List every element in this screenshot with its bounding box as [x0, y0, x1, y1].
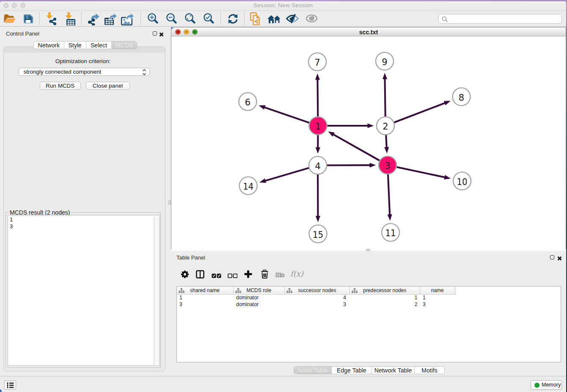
- optimization-criterion-label: Optimization criterion:: [4, 58, 162, 64]
- table-cell[interactable]: 3: [343, 301, 346, 307]
- corner-decoration: [0, 389, 2, 392]
- graph-node-label: 7: [314, 58, 320, 68]
- network-window-titlebar[interactable]: scc.txt: [171, 28, 566, 36]
- table-row[interactable]: 1dominator411: [177, 295, 561, 302]
- column-header-name[interactable]: name: [420, 287, 456, 295]
- graph-node-label: 8: [459, 93, 464, 103]
- dropdown-chevrons-icon: [142, 69, 146, 75]
- tab-edge-table[interactable]: Edge Table: [332, 367, 372, 374]
- task-history-button[interactable]: [4, 381, 16, 389]
- tab-network-table[interactable]: Network Table: [372, 367, 415, 374]
- mcds-tab-content: Optimization criterion: strongly connect…: [3, 47, 165, 371]
- table-cell[interactable]: 1: [179, 295, 182, 301]
- table-cell[interactable]: 2: [415, 301, 418, 307]
- control-panel: Control Panel Optimization criterion: st…: [0, 27, 167, 376]
- tab-style[interactable]: Style: [64, 41, 87, 49]
- criterion-value: strongly connected component: [24, 69, 102, 75]
- criterion-dropdown[interactable]: strongly connected component: [19, 68, 150, 76]
- status-bar: Memory: [0, 376, 566, 391]
- network-graph[interactable]: 1234678910111415: [171, 36, 566, 249]
- tab-node-table[interactable]: Node Table: [294, 367, 332, 374]
- table-header-row: shared name MCDS role successor nodes: [177, 287, 456, 295]
- vertical-split-handle[interactable]: [168, 200, 171, 205]
- search-icon: [442, 16, 448, 22]
- import-network-icon[interactable]: [45, 12, 57, 27]
- graph-node-label: 11: [385, 228, 396, 238]
- graph-node-label: 3: [385, 161, 390, 171]
- close-panel-button[interactable]: Close panel: [86, 82, 130, 90]
- app-titlebar: Session: New Session: [0, 0, 566, 11]
- memory-status-dot: [534, 383, 539, 388]
- tab-motifs[interactable]: Motifs: [415, 367, 444, 374]
- table-panel-float-button[interactable]: [550, 255, 554, 259]
- save-session-icon[interactable]: [23, 14, 33, 26]
- graph-node-label: 4: [315, 161, 320, 171]
- table-cell[interactable]: 1: [415, 295, 418, 301]
- graph-node-label: 2: [383, 121, 388, 132]
- list-icon: [7, 382, 14, 388]
- show-eye-icon[interactable]: [306, 14, 317, 24]
- cybrowser-icon[interactable]: [250, 12, 262, 27]
- table-cell[interactable]: dominator: [236, 295, 259, 301]
- delete-row-trash-icon[interactable]: [261, 270, 268, 280]
- graph-node-label: 14: [243, 182, 253, 192]
- zoom-fit-icon[interactable]: [184, 13, 196, 26]
- tab-select[interactable]: Select: [86, 41, 112, 49]
- deselect-all-icon[interactable]: [228, 272, 237, 280]
- table-panel-close-icon[interactable]: [557, 255, 562, 259]
- node-table[interactable]: shared name MCDS role successor nodes: [176, 286, 561, 362]
- table-row[interactable]: 3dominator323: [177, 302, 561, 309]
- graph-node-label: 6: [245, 97, 250, 108]
- control-panel-tabs: Network Style Select MCDS: [33, 41, 137, 49]
- zoom-out-icon[interactable]: [166, 13, 177, 26]
- function-builder-icon[interactable]: f(x): [290, 269, 303, 278]
- run-mcds-button[interactable]: Run MCDS: [40, 82, 81, 90]
- column-header-predecessor-nodes[interactable]: predecessor nodes: [350, 287, 420, 295]
- table-columns-icon[interactable]: [196, 270, 204, 280]
- network-window-title: scc.txt: [171, 29, 566, 36]
- control-panel-float-button[interactable]: [153, 31, 157, 36]
- table-panel: Table Panel: [171, 251, 566, 376]
- graph-node-label: 15: [313, 230, 323, 240]
- column-header-shared-name[interactable]: shared name: [177, 287, 234, 295]
- toolbar-separator: [39, 13, 40, 25]
- toolbar-separator: [220, 13, 221, 25]
- memory-label: Memory: [542, 382, 561, 388]
- table-cell[interactable]: 4: [343, 295, 346, 301]
- mcds-result-text: 1 3: [10, 216, 13, 230]
- tab-mcds[interactable]: MCDS: [112, 41, 137, 49]
- result-scrollbar[interactable]: [154, 216, 160, 364]
- export-table-icon[interactable]: [104, 12, 117, 27]
- toolbar-separator: [81, 13, 82, 25]
- zoom-selected-icon[interactable]: [203, 13, 215, 26]
- control-panel-close-icon[interactable]: [159, 31, 164, 36]
- column-header-successor-nodes[interactable]: successor nodes: [285, 287, 350, 295]
- home-icon[interactable]: [267, 15, 281, 25]
- hide-eye-icon[interactable]: [286, 14, 299, 25]
- mcds-result-textarea[interactable]: 1 3: [8, 215, 160, 366]
- graph-node-label: 10: [457, 177, 468, 187]
- graph-node-label: 9: [382, 57, 387, 67]
- table-settings-gear-icon[interactable]: [181, 271, 189, 280]
- tab-network[interactable]: Network: [34, 41, 64, 49]
- column-header-MCDS-role[interactable]: MCDS role: [234, 287, 285, 295]
- refresh-icon[interactable]: [228, 14, 238, 26]
- select-all-icon[interactable]: [212, 272, 221, 280]
- export-network-icon[interactable]: [87, 12, 100, 27]
- table-cell[interactable]: dominator: [236, 301, 259, 307]
- table-cell[interactable]: 3: [423, 301, 426, 307]
- mcds-result-group: MCDS result (2 nodes) 1 3: [6, 212, 161, 368]
- open-session-icon[interactable]: [4, 14, 16, 25]
- graph-node-label: 1: [315, 121, 321, 132]
- search-input[interactable]: [438, 14, 562, 24]
- zoom-in-icon[interactable]: [147, 13, 159, 26]
- main-toolbar: [0, 11, 566, 27]
- delete-table-icon[interactable]: [275, 272, 285, 279]
- export-image-icon[interactable]: [121, 12, 134, 27]
- table-cell[interactable]: 1: [423, 295, 426, 301]
- table-panel-title: Table Panel: [176, 254, 205, 261]
- import-table-icon[interactable]: [64, 12, 75, 27]
- memory-button[interactable]: Memory: [531, 380, 562, 390]
- table-cell[interactable]: 3: [179, 301, 182, 307]
- add-row-plus-icon[interactable]: [244, 270, 252, 280]
